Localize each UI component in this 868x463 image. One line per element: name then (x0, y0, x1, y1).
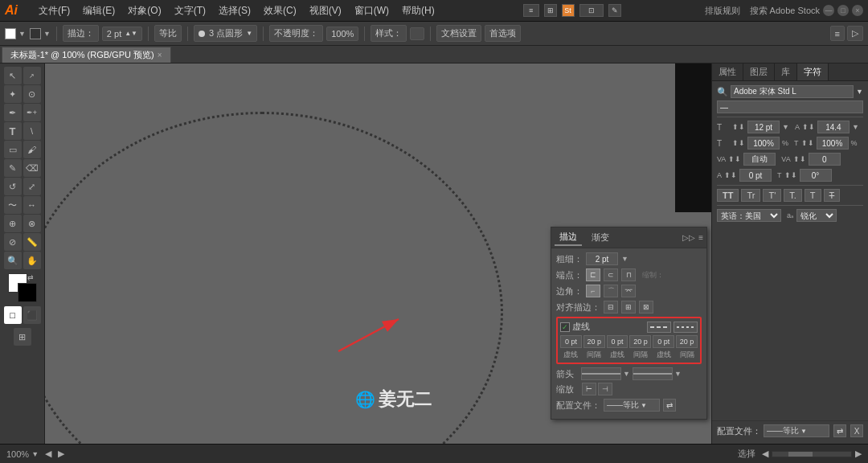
rectangle-tool[interactable]: ▭ (4, 141, 22, 158)
zoom-arrow[interactable]: ▼ (31, 450, 39, 458)
menu-effect[interactable]: 效果(C) (259, 2, 301, 19)
arrow-start-select[interactable] (581, 367, 621, 380)
style-tt-button[interactable]: TT (717, 189, 739, 202)
bevel-join-button[interactable]: ⌤ (621, 285, 636, 297)
minimize-button[interactable]: — (823, 5, 834, 16)
round-cap-button[interactable]: ⊂ (604, 268, 618, 281)
line-height-input[interactable] (817, 121, 850, 133)
tab-layers[interactable]: 图层 (743, 64, 775, 80)
tb-icon-1[interactable]: ≡ (830, 26, 845, 41)
eyedropper-tool[interactable]: ⊘ (4, 233, 22, 251)
tab-close-button[interactable]: × (158, 51, 162, 59)
nav-right-button[interactable]: ▶ (58, 449, 64, 459)
menu-window[interactable]: 窗口(W) (350, 2, 394, 19)
baseline-input[interactable] (739, 169, 772, 182)
dash-cell-0[interactable]: 0 pt (560, 335, 582, 348)
color-mode-icon[interactable]: St (562, 4, 575, 17)
screen-mode-icon[interactable]: ⬛ (23, 306, 41, 324)
menu-select[interactable]: 选择(S) (214, 2, 256, 19)
tab-character[interactable]: 字符 (797, 64, 829, 80)
pen-tool[interactable]: ✒ (4, 104, 22, 121)
round-join-button[interactable]: ⌒ (604, 285, 618, 297)
menu-edit[interactable]: 编辑(E) (78, 2, 120, 19)
panel-close-icon[interactable]: ≡ (698, 233, 703, 242)
gradient-tab[interactable]: 渐变 (587, 230, 614, 245)
gap-cell-1[interactable]: 20 p (629, 335, 651, 348)
bottom-icon[interactable]: X (850, 424, 863, 437)
fill-color-swatch[interactable] (5, 28, 16, 39)
tb-icon-2[interactable]: ▷ (847, 26, 863, 41)
font-search-arrow[interactable]: ▼ (856, 88, 863, 96)
gap-cell-0[interactable]: 20 p (583, 335, 605, 348)
style-t-under-button[interactable]: T (805, 189, 821, 202)
kern-input[interactable] (743, 153, 776, 166)
doc-settings-button[interactable]: 文档设置 (436, 25, 481, 42)
style-t-strike-button[interactable]: T (824, 189, 841, 202)
width-tool[interactable]: ↔ (23, 196, 41, 214)
rotate-input[interactable] (800, 169, 832, 182)
dashed-checkbox[interactable]: ✓ (560, 322, 570, 332)
eraser-tool[interactable]: ⌫ (23, 159, 41, 177)
menu-help[interactable]: 帮助(H) (397, 2, 440, 19)
line-height-arrow[interactable]: ▼ (852, 123, 859, 131)
dashed-pattern-1[interactable] (647, 322, 671, 333)
align-center-button[interactable]: ⊟ (604, 301, 618, 313)
scrollbar-thumb[interactable] (788, 452, 813, 457)
arrange-icon[interactable]: ≡ (523, 4, 539, 17)
tab-library[interactable]: 库 (775, 64, 797, 80)
panel-menu-icon[interactable]: ▷▷ (682, 233, 695, 242)
normal-mode-icon[interactable]: □ (4, 306, 22, 324)
measure-tool[interactable]: 📏 (23, 233, 41, 251)
weight-input[interactable] (586, 252, 618, 265)
style-selector[interactable] (410, 27, 424, 40)
paintbrush-tool[interactable]: 🖌 (23, 141, 41, 158)
pencil-tool[interactable]: ✎ (4, 159, 22, 177)
shape-builder-tool[interactable]: ⊕ (4, 215, 22, 232)
swap-colors-button[interactable]: ⇄ (27, 273, 37, 283)
grid-icon[interactable]: ⊞ (544, 4, 557, 17)
gap-cell-2[interactable]: 20 p (676, 335, 698, 348)
scale-tool[interactable]: ⤢ (23, 178, 41, 195)
add-anchor-tool[interactable]: ✒+ (23, 104, 41, 121)
profile-flip[interactable]: ⇄ (663, 399, 676, 412)
opacity-input[interactable]: 100% (326, 27, 358, 41)
butt-cap-button[interactable]: ⊏ (586, 268, 600, 281)
square-cap-button[interactable]: ⊓ (621, 268, 636, 281)
h-scale-input[interactable] (747, 137, 780, 150)
font-search-input[interactable] (731, 85, 854, 98)
menu-view[interactable]: 视图(V) (305, 2, 346, 19)
horizontal-scrollbar[interactable] (772, 451, 852, 457)
dash-cell-1[interactable]: 0 pt (607, 335, 628, 348)
select-tool[interactable]: ↖ (4, 67, 22, 84)
lasso-tool[interactable]: ⊙ (23, 85, 41, 103)
font-size-arrow[interactable]: ▼ (782, 123, 789, 131)
align-inside-button[interactable]: ⊞ (621, 301, 636, 313)
font-style-input[interactable] (717, 100, 863, 113)
blend-tool[interactable]: ⊗ (23, 215, 41, 232)
menu-object[interactable]: 对象(O) (123, 2, 166, 19)
canvas-area[interactable]: 描边 渐变 ▷▷ ≡ 粗细： ▼ 端点： ⊏ ⊂ (45, 64, 711, 444)
pen-icon[interactable]: ✎ (608, 4, 621, 17)
font-size-input[interactable] (747, 121, 780, 133)
close-button[interactable]: × (852, 5, 863, 16)
warp-tool[interactable]: 〜 (4, 196, 22, 214)
document-tab[interactable]: 未标题-1* @ 100% (RGB/GPU 预览) × (2, 47, 171, 63)
scroll-right-button[interactable]: ▶ (855, 449, 862, 459)
style-t-dot-button[interactable]: T. (784, 189, 802, 202)
style-t-prime-button[interactable]: T' (763, 189, 781, 202)
tab-attributes[interactable]: 属性 (712, 64, 743, 80)
hand-tool[interactable]: ✋ (23, 252, 41, 269)
stroke-tab[interactable]: 描边 (555, 229, 582, 246)
align-left-icon[interactable]: ⊢ (582, 383, 596, 395)
aa-select[interactable]: 锐化 (796, 209, 837, 222)
nav-left-button[interactable]: ◀ (45, 449, 51, 459)
rotate-tool[interactable]: ↺ (4, 178, 22, 195)
dot-shape-selector[interactable]: 3 点圆形 ▼ (194, 25, 257, 42)
arrow-start-arrow[interactable]: ▼ (623, 370, 630, 378)
dashed-pattern-2[interactable] (674, 322, 698, 333)
stroke-color-swatch[interactable] (30, 28, 41, 39)
bottom-profile-select[interactable]: ——等比 ▼ (764, 424, 829, 437)
menu-file[interactable]: 文件(F) (34, 2, 75, 19)
direct-select-tool[interactable]: ↗ (23, 67, 41, 84)
background-color[interactable] (18, 283, 37, 302)
